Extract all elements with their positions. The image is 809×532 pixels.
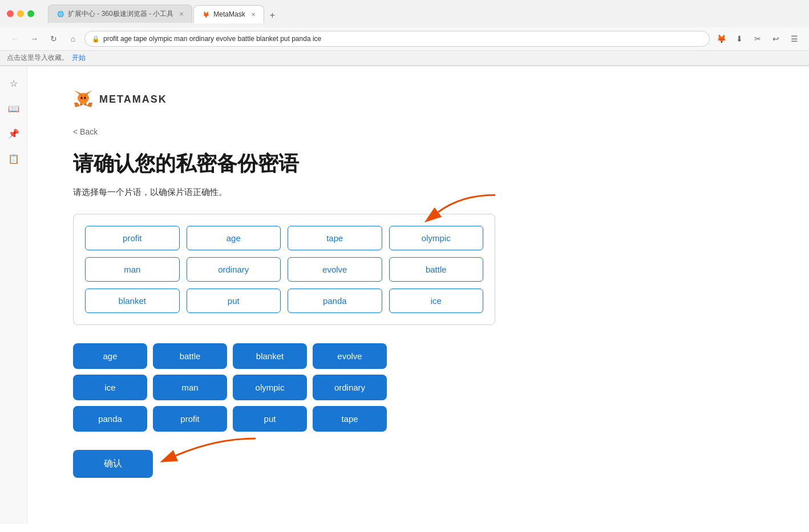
- download-button[interactable]: ⬇: [731, 31, 747, 47]
- nav-actions: 🦊 ⬇ ✂ ↩ ☰: [713, 31, 802, 47]
- svg-marker-2: [87, 103, 92, 107]
- btn-ordinary[interactable]: ordinary: [313, 375, 387, 400]
- address-lock-icon: 🔒: [92, 35, 100, 43]
- traffic-lights: [7, 10, 34, 17]
- menu-button[interactable]: ☰: [786, 31, 802, 47]
- btn-profit[interactable]: profit: [153, 406, 227, 432]
- word-buttons-grid: age battle blanket evolve ice man olympi…: [73, 343, 387, 432]
- btn-age[interactable]: age: [73, 343, 147, 369]
- layout: ☆ 📖 📌 📋: [0, 66, 809, 524]
- grid-word-5[interactable]: ordinary: [187, 257, 281, 282]
- confirm-button[interactable]: 确认: [73, 450, 153, 478]
- left-arrow-annotation: [159, 433, 273, 467]
- bookmark-prompt: 点击这里导入收藏。: [7, 53, 68, 63]
- refresh-button[interactable]: ↻: [46, 31, 62, 47]
- forward-button[interactable]: →: [26, 31, 42, 47]
- metamask-extension-button[interactable]: 🦊: [713, 31, 729, 47]
- close-traffic-light[interactable]: [7, 10, 14, 17]
- sidebar-icon-notes[interactable]: 📋: [6, 151, 22, 166]
- new-tab-button[interactable]: +: [265, 8, 280, 23]
- svg-point-15: [81, 97, 82, 99]
- metamask-logo: METAMASK: [73, 89, 495, 109]
- metamask-fox-icon: [73, 89, 94, 109]
- word-grid: profit age tape olympic man ordinary evo…: [85, 226, 483, 313]
- grid-word-1[interactable]: age: [187, 226, 281, 250]
- rotate-button[interactable]: ↩: [768, 31, 784, 47]
- btn-battle[interactable]: battle: [153, 343, 227, 369]
- metamask-brand-text: METAMASK: [99, 94, 167, 105]
- svg-marker-3: [74, 103, 80, 107]
- sidebar: ☆ 📖 📌 📋: [0, 66, 27, 524]
- tab-ext-close[interactable]: ✕: [179, 11, 184, 17]
- grid-word-9[interactable]: put: [187, 289, 281, 313]
- tab-ext-label: 扩展中心 - 360极速浏览器 - 小工具: [68, 9, 173, 19]
- tab-metamask-label: MetaMask: [213, 10, 245, 18]
- svg-point-16: [84, 97, 86, 99]
- tab-ext[interactable]: 🌐 扩展中心 - 360极速浏览器 - 小工具 ✕: [48, 5, 192, 23]
- word-grid-container: profit age tape olympic man ordinary evo…: [73, 214, 495, 325]
- page-title: 请确认您的私密备份密语: [73, 150, 495, 178]
- grid-word-8[interactable]: blanket: [85, 289, 180, 313]
- grid-word-11[interactable]: ice: [389, 289, 484, 313]
- scissors-button[interactable]: ✂: [750, 31, 766, 47]
- main-content: METAMASK < Back 请确认您的私密备份密语 请选择每一个片语，以确保…: [27, 66, 541, 524]
- back-button[interactable]: ←: [7, 31, 23, 47]
- grid-word-7[interactable]: battle: [389, 257, 484, 282]
- btn-tape[interactable]: tape: [313, 406, 387, 432]
- arrows-section: age battle blanket evolve ice man olympi…: [73, 343, 495, 432]
- nav-bar: ← → ↻ ⌂ 🔒 profit age tape olympic man or…: [0, 27, 809, 51]
- btn-put[interactable]: put: [233, 406, 307, 432]
- sidebar-icon-star[interactable]: ☆: [6, 75, 22, 91]
- sidebar-icon-book[interactable]: 📖: [6, 100, 22, 116]
- btn-man[interactable]: man: [153, 375, 227, 400]
- minimize-traffic-light[interactable]: [17, 10, 24, 17]
- grid-word-3[interactable]: olympic: [389, 226, 484, 250]
- btn-panda[interactable]: panda: [73, 406, 147, 432]
- page-desc: 请选择每一个片语，以确保片语正确性。: [73, 187, 495, 198]
- grid-word-2[interactable]: tape: [288, 226, 382, 250]
- home-button[interactable]: ⌂: [65, 31, 81, 47]
- title-bar: 🌐 扩展中心 - 360极速浏览器 - 小工具 ✕ 🦊 MetaMask ✕ +: [0, 0, 809, 27]
- bookmark-bar: 点击这里导入收藏。 开始: [0, 51, 809, 66]
- tab-metamask-close[interactable]: ✕: [251, 11, 256, 18]
- btn-evolve[interactable]: evolve: [313, 343, 387, 369]
- back-link[interactable]: < Back: [73, 127, 98, 136]
- btn-blanket[interactable]: blanket: [233, 343, 307, 369]
- grid-word-10[interactable]: panda: [288, 289, 382, 313]
- btn-ice[interactable]: ice: [73, 375, 147, 400]
- btn-olympic[interactable]: olympic: [233, 375, 307, 400]
- grid-word-4[interactable]: man: [85, 257, 180, 282]
- address-bar[interactable]: 🔒 profit age tape olympic man ordinary e…: [84, 31, 710, 47]
- grid-word-0[interactable]: profit: [85, 226, 180, 250]
- address-text: profit age tape olympic man ordinary evo…: [103, 35, 321, 43]
- bookmark-link[interactable]: 开始: [72, 53, 86, 63]
- maximize-traffic-light[interactable]: [27, 10, 34, 17]
- tabs-bar: 🌐 扩展中心 - 360极速浏览器 - 小工具 ✕ 🦊 MetaMask ✕ +: [41, 5, 286, 23]
- browser-chrome: 🌐 扩展中心 - 360极速浏览器 - 小工具 ✕ 🦊 MetaMask ✕ +…: [0, 0, 809, 66]
- grid-word-6[interactable]: evolve: [288, 257, 382, 282]
- tab-metamask[interactable]: 🦊 MetaMask ✕: [193, 5, 264, 23]
- tab-ext-favicon: 🌐: [56, 10, 64, 18]
- sidebar-icon-pin[interactable]: 📌: [6, 125, 22, 141]
- tab-metamask-favicon: 🦊: [202, 10, 210, 18]
- confirm-section: 确认: [73, 450, 495, 478]
